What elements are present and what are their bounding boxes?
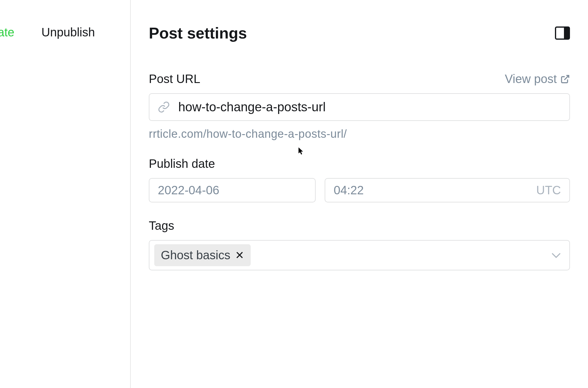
editor-actions: date Unpublish xyxy=(0,26,95,39)
unpublish-button[interactable]: Unpublish xyxy=(41,26,95,39)
date-input[interactable] xyxy=(158,183,310,197)
time-input[interactable] xyxy=(334,183,536,197)
publish-date-row: UTC xyxy=(149,178,570,202)
post-url-input[interactable] xyxy=(178,100,561,114)
post-url-label: Post URL xyxy=(149,72,200,86)
timezone-label: UTC xyxy=(536,183,561,197)
publish-date-field-group: Publish date UTC xyxy=(149,157,570,202)
view-post-link[interactable]: View post xyxy=(505,72,570,86)
tags-header: Tags xyxy=(149,219,570,232)
settings-panel: Post settings Post URL View post xyxy=(131,0,588,388)
date-input-wrapper[interactable] xyxy=(149,178,316,202)
tag-name: Ghost basics xyxy=(161,248,230,262)
link-icon xyxy=(158,101,170,113)
tag-remove-icon[interactable]: ✕ xyxy=(235,250,244,261)
external-link-icon xyxy=(560,74,570,84)
chevron-down-icon[interactable] xyxy=(551,252,561,258)
svg-line-0 xyxy=(564,75,569,80)
view-post-text: View post xyxy=(505,72,557,86)
tags-field-group: Tags Ghost basics ✕ xyxy=(149,219,570,270)
settings-title: Post settings xyxy=(149,24,247,42)
post-url-preview: rrticle.com/how-to-change-a-posts-url/ xyxy=(149,128,570,140)
tag-chip: Ghost basics ✕ xyxy=(154,244,251,266)
mouse-cursor xyxy=(299,147,305,157)
tags-label: Tags xyxy=(149,219,174,232)
time-input-wrapper[interactable]: UTC xyxy=(325,178,570,202)
post-url-header: Post URL View post xyxy=(149,72,570,86)
publish-date-header: Publish date xyxy=(149,157,570,171)
post-url-field-group: Post URL View post rrticle.com/how- xyxy=(149,72,570,140)
editor-panel: date Unpublish xyxy=(0,0,131,388)
publish-date-label: Publish date xyxy=(149,157,215,171)
update-button[interactable]: date xyxy=(0,26,14,39)
tags-input-wrapper[interactable]: Ghost basics ✕ xyxy=(149,240,570,270)
settings-header: Post settings xyxy=(149,24,570,42)
post-url-input-wrapper[interactable] xyxy=(149,93,570,121)
sidebar-toggle-icon[interactable] xyxy=(555,26,570,40)
app-container: date Unpublish Post settings Post URL Vi… xyxy=(0,0,588,388)
